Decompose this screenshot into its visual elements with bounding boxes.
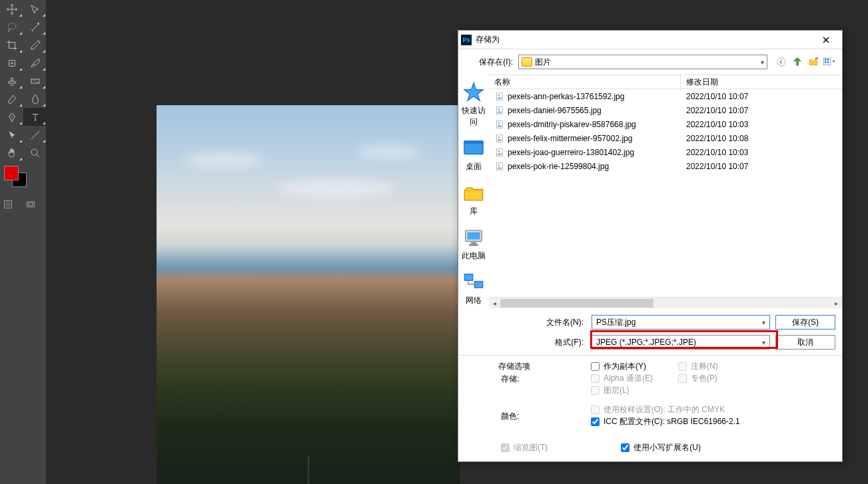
- image-file-icon: [494, 91, 505, 102]
- magic-wand-tool[interactable]: [23, 18, 47, 36]
- screenmode-icon[interactable]: [25, 199, 36, 212]
- save-in-combo[interactable]: 图片 ▾: [518, 55, 767, 69]
- svg-rect-17: [467, 232, 480, 240]
- image-file-icon: [494, 161, 505, 172]
- save-button[interactable]: 保存(S): [775, 315, 835, 330]
- svg-point-23: [498, 95, 500, 96]
- cancel-button[interactable]: 取消: [775, 335, 835, 350]
- file-date: 2022/10/10 10:07: [681, 92, 748, 101]
- lasso-tool[interactable]: [0, 18, 23, 36]
- sidebar-item-quickaccess[interactable]: 快速访问: [458, 79, 489, 133]
- svg-point-27: [498, 122, 500, 124]
- sidebar-item-desktop[interactable]: 桌面: [458, 134, 489, 178]
- file-date: 2022/10/10 10:08: [681, 134, 748, 143]
- brush-tool[interactable]: [23, 54, 47, 72]
- scroll-thumb[interactable]: [500, 299, 653, 308]
- column-date[interactable]: 修改日期: [681, 77, 842, 88]
- checkbox-lowercase-ext[interactable]: 使用小写扩展名(U): [621, 442, 701, 453]
- column-name[interactable]: 名称: [489, 75, 681, 89]
- text-tool[interactable]: [23, 108, 47, 126]
- svg-point-0: [8, 23, 16, 29]
- sidebar-item-network[interactable]: 网络: [458, 268, 489, 312]
- scroll-right-icon[interactable]: ▸: [831, 298, 842, 309]
- svg-rect-26: [496, 121, 502, 128]
- checkbox-annotations: 注释(N): [678, 361, 718, 372]
- file-row[interactable]: pexels-ann-perkas-13761592.jpg2022/10/10…: [489, 89, 842, 103]
- options-group-label: 存储选项: [498, 361, 530, 372]
- file-row[interactable]: pexels-dmitriy-piskarev-8587668.jpg2022/…: [489, 117, 842, 131]
- file-name: pexels-daniel-9675565.jpg: [508, 106, 681, 115]
- scroll-left-icon[interactable]: ◂: [489, 298, 500, 309]
- checkbox-icc-profile[interactable]: ICC 配置文件(C): sRGB IEC61966-2.1: [591, 416, 740, 427]
- save-options-panel: 存储选项 存储: 作为副本(Y) Alpha 通道(E) 图层(L) 注释(N)…: [458, 355, 842, 461]
- sidebar-item-library[interactable]: 库: [458, 179, 489, 222]
- checkbox-alpha: Alpha 通道(E): [591, 373, 653, 384]
- horizontal-scrollbar[interactable]: ◂ ▸: [489, 297, 842, 308]
- view-menu-icon[interactable]: [823, 56, 835, 68]
- svg-rect-32: [496, 162, 502, 170]
- back-icon[interactable]: [775, 56, 787, 68]
- file-name: pexels-felix-mittermeier-957002.jpg: [508, 134, 681, 143]
- format-combo[interactable]: JPEG (*.JPG;*.JPEG;*.JPE) ▾: [592, 335, 770, 350]
- path-selection-tool[interactable]: [0, 126, 23, 144]
- filename-label: 文件名(N):: [489, 317, 586, 328]
- svg-rect-13: [827, 61, 829, 63]
- blur-tool[interactable]: [23, 90, 47, 108]
- hand-tool[interactable]: [0, 144, 23, 162]
- checkbox-as-copy[interactable]: 作为副本(Y): [591, 361, 646, 372]
- new-folder-icon[interactable]: [807, 56, 819, 68]
- dialog-titlebar: Ps 存储为: [458, 31, 842, 49]
- file-name: pexels-ann-perkas-13761592.jpg: [508, 92, 681, 101]
- eyedropper-tool[interactable]: [23, 36, 47, 54]
- file-name: pexels-pok-rie-12599804.jpg: [508, 162, 681, 171]
- line-tool[interactable]: [23, 126, 47, 144]
- zoom-tool[interactable]: [23, 144, 47, 162]
- canvas-image[interactable]: [157, 105, 460, 484]
- svg-rect-4: [5, 201, 12, 208]
- file-row[interactable]: pexels-pok-rie-12599804.jpg2022/10/10 10…: [489, 159, 842, 173]
- svg-rect-24: [496, 107, 502, 114]
- save-in-label: 保存在(I):: [465, 57, 513, 68]
- filename-input[interactable]: PS压缩.jpg ▾: [592, 315, 770, 330]
- svg-rect-11: [827, 59, 829, 61]
- move-tool[interactable]: [0, 0, 23, 18]
- image-file-icon: [494, 147, 505, 158]
- svg-rect-12: [825, 61, 827, 63]
- svg-point-8: [777, 58, 785, 66]
- quickmask-icon[interactable]: [3, 199, 13, 212]
- checkbox-layers: 图层(L): [591, 385, 630, 396]
- artboard-tool[interactable]: [23, 0, 47, 18]
- svg-point-31: [498, 150, 500, 152]
- store-label: 存储:: [501, 373, 591, 385]
- svg-rect-10: [825, 59, 827, 61]
- file-row[interactable]: pexels-felix-mittermeier-957002.jpg2022/…: [489, 131, 842, 145]
- svg-rect-20: [464, 274, 472, 281]
- svg-point-29: [498, 136, 500, 138]
- crop-tool[interactable]: [0, 36, 23, 54]
- photoshop-icon: Ps: [461, 35, 472, 45]
- file-name: pexels-joao-guerreiro-13801402.jpg: [508, 148, 681, 157]
- format-label: 格式(F):: [489, 337, 586, 348]
- file-row[interactable]: pexels-joao-guerreiro-13801402.jpg2022/1…: [489, 145, 842, 159]
- clone-stamp-tool[interactable]: [0, 72, 23, 90]
- gradient-tool[interactable]: [23, 72, 47, 90]
- file-list-header[interactable]: 名称 修改日期: [489, 75, 842, 89]
- up-icon[interactable]: [791, 56, 803, 68]
- svg-point-33: [498, 164, 500, 166]
- sidebar-item-thispc[interactable]: 此电脑: [458, 224, 489, 267]
- chevron-down-icon: ▾: [762, 339, 765, 346]
- color-swatches[interactable]: [0, 162, 46, 191]
- svg-rect-22: [496, 93, 502, 100]
- svg-rect-30: [496, 148, 502, 156]
- foreground-color[interactable]: [4, 166, 19, 180]
- file-date: 2022/10/10 10:03: [681, 148, 748, 157]
- file-list: 名称 修改日期 pexels-ann-perkas-13761592.jpg20…: [489, 75, 842, 355]
- healing-brush-tool[interactable]: [0, 54, 23, 72]
- file-row[interactable]: pexels-daniel-9675565.jpg2022/10/10 10:0…: [489, 103, 842, 117]
- pen-tool[interactable]: [0, 108, 23, 126]
- file-date: 2022/10/10 10:03: [681, 120, 748, 129]
- close-button[interactable]: [813, 31, 839, 49]
- svg-rect-6: [27, 202, 35, 207]
- svg-rect-28: [496, 134, 502, 142]
- eraser-tool[interactable]: [0, 90, 23, 108]
